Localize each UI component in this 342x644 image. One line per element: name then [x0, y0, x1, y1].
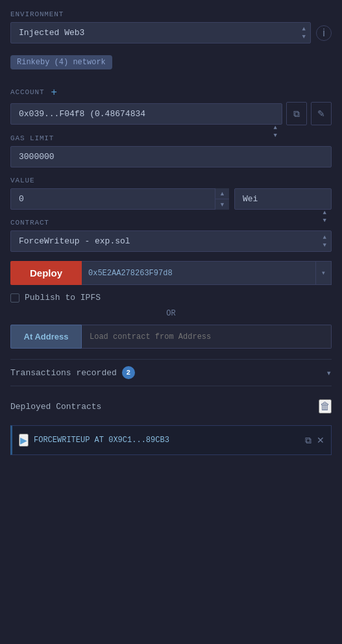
gas-limit-label: GAS LIMIT — [10, 134, 332, 142]
contract-expand-button[interactable]: ▶ — [19, 434, 29, 447]
environment-select[interactable]: Injected Web3 JavaScript VM Web3 Provide… — [10, 22, 311, 43]
value-increment-button[interactable]: ▲ — [215, 188, 229, 199]
environment-label: ENVIRONMENT — [10, 10, 332, 18]
publish-ipfs-checkbox[interactable] — [10, 293, 19, 303]
value-decrement-button[interactable]: ▼ — [215, 199, 229, 210]
copy-address-button[interactable]: ⧉ — [286, 102, 307, 125]
account-label: ACCOUNT + — [10, 86, 332, 98]
value-input[interactable] — [10, 188, 229, 210]
environment-select-wrapper: Injected Web3 JavaScript VM Web3 Provide… — [10, 22, 311, 43]
unit-select-wrapper: Wei Gwei Ether Finney ▲ ▼ — [234, 188, 332, 210]
gas-limit-input[interactable] — [10, 146, 332, 167]
environment-info-button[interactable]: i — [316, 25, 332, 41]
contract-item: ▶ FORCEWRITEUP AT 0X9C1...89CB3 ⧉ ✕ — [10, 425, 332, 455]
value-input-wrapper: ▲ ▼ — [10, 188, 229, 210]
contract-copy-button[interactable]: ⧉ — [305, 435, 311, 446]
deployed-contracts-label: Deployed Contracts — [10, 402, 101, 412]
network-badge: Rinkeby (4) network — [10, 55, 112, 69]
contract-select[interactable]: ForceWriteup - exp.sol — [10, 230, 332, 252]
transactions-badge: 2 — [122, 366, 135, 379]
deployed-contracts-row: Deployed Contracts 🗑 — [10, 393, 332, 420]
transactions-left: Transactions recorded 2 — [10, 366, 135, 379]
transactions-row[interactable]: Transactions recorded 2 ▾ — [10, 359, 332, 386]
or-divider: OR — [10, 309, 332, 318]
deploy-row: Deploy 0x5E2AA278263F97d8 ▾ — [10, 261, 332, 285]
deploy-address: 0x5E2AA278263F97d8 — [82, 261, 316, 285]
at-address-input[interactable] — [82, 325, 332, 349]
delete-deployed-button[interactable]: 🗑 — [319, 399, 332, 414]
unit-select[interactable]: Wei Gwei Ether Finney — [234, 188, 332, 210]
value-label: VALUE — [10, 177, 332, 184]
contract-close-button[interactable]: ✕ — [317, 435, 324, 445]
add-account-button[interactable]: + — [51, 86, 56, 98]
contract-item-label: FORCEWRITEUP AT 0X9C1...89CB3 — [34, 436, 300, 445]
deploy-chevron[interactable]: ▾ — [316, 261, 332, 285]
contract-select-wrapper: ForceWriteup - exp.sol ▲ ▼ — [10, 230, 332, 252]
deploy-button[interactable]: Deploy — [10, 261, 82, 285]
publish-row: Publish to IPFS — [10, 293, 332, 303]
transactions-chevron: ▾ — [326, 367, 332, 378]
transactions-label: Transactions recorded — [10, 368, 117, 378]
contract-label: CONTRACT — [10, 219, 332, 227]
at-address-row: At Address — [10, 325, 332, 349]
edit-address-button[interactable]: ✎ — [311, 102, 332, 125]
publish-ipfs-label: Publish to IPFS — [25, 293, 101, 303]
account-select[interactable]: 0x039...F04f8 (0.48674834 — [10, 103, 282, 125]
value-spinners: ▲ ▼ — [215, 188, 229, 210]
account-select-wrapper: 0x039...F04f8 (0.48674834 ▲ ▼ — [10, 103, 282, 125]
at-address-button[interactable]: At Address — [10, 325, 82, 349]
